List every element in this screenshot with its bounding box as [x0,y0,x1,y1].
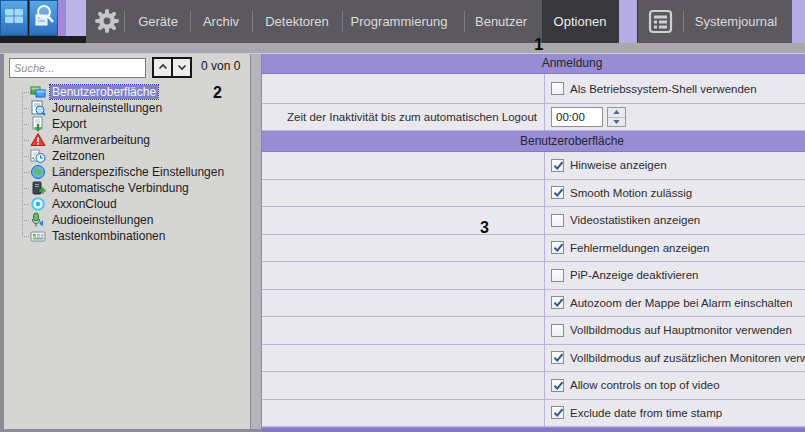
spinner-buttons[interactable] [607,107,626,127]
toolbar-substrip [0,43,805,54]
row-label-cell [262,152,545,179]
checkbox-label: Hinweise anzeigen [570,159,667,171]
tab-programmierung[interactable]: Programmierung [351,0,448,43]
row-label-cell [262,235,545,262]
tree-item-export[interactable]: Export [0,116,250,132]
checkbox-label: Exclude date from time stamp [570,407,722,419]
row-label-cell: Zeit der Inaktivität bis zum automatisch… [262,104,545,130]
layouts-button[interactable] [0,0,28,36]
checkbox-label: Als Betriebssystem-Shell verwenden [570,83,757,95]
settings-row: Allow controls on top of video [262,372,805,400]
checkbox-videostatistiken-anzeigen[interactable] [551,214,564,227]
tree-item-alarmverarbeitung[interactable]: Alarmverarbeitung [0,132,250,148]
search-panel-button[interactable] [29,0,58,36]
interface-icon [30,84,46,100]
search-counter: 0 von 0 [201,59,240,73]
tree-item-axxoncloud[interactable]: AxxonCloud [0,196,250,212]
tree-item-journaleinstellungen[interactable]: Journaleinstellungen [0,100,250,116]
tree-item-laenderspezifische-einstellungen[interactable]: Länderspezifische Einstellungen [0,164,250,180]
row-label-cell [262,74,545,103]
row-value-cell: Vollbildmodus auf Hauptmonitor verwenden [545,317,805,344]
annotation-2: 2 [213,85,222,101]
row-label-cell [262,207,545,234]
tab-benutzer[interactable]: Benutzer [475,0,527,43]
audio-settings-icon [30,212,46,228]
application-window: Geräte Archiv Detektoren Programmierung … [0,0,805,432]
tree-item-tastenkombinationen[interactable]: Tastenkombinationen [0,228,250,244]
settings-row: Hinweise anzeigen [262,152,805,180]
tab-archiv[interactable]: Archiv [203,0,239,43]
checkbox-pip-anzeige-deaktivieren[interactable] [551,269,564,282]
settings-panel: AnmeldungAls Betriebssystem-Shell verwen… [262,54,805,432]
tree-item-zeitzonen[interactable]: Zeitzonen [0,148,250,164]
annotation-3: 3 [480,220,489,236]
tree-item-label: Audioeinstellungen [50,213,155,227]
settings-row: Vollbildmodus auf zusätzlichen Monitoren… [262,345,805,373]
toolbar-gap [618,0,638,43]
regional-settings-icon [30,164,46,180]
tab-systemjournal[interactable]: Systemjournal [695,0,777,43]
menu-bar: Geräte Archiv Detektoren Programmierung … [86,0,792,43]
row-value-cell: Vollbildmodus auf zusätzlichen Monitoren… [545,345,805,372]
chevron-down-icon [176,59,188,77]
spinner-down-icon[interactable] [608,118,625,127]
toolbar-separator [342,11,343,32]
divider [66,0,86,36]
grid-layouts-icon [4,7,24,29]
settings-sidebar: 0 von 0 BenutzeroberflächeJournaleinstel… [0,54,250,429]
checkbox-label: Vollbildmodus auf Hauptmonitor verwenden [570,324,792,336]
search-prev-button[interactable] [152,57,173,78]
checkbox-vollbildmodus-auf-zusaetzlichen-monitoren-verwenden[interactable] [551,351,564,364]
toolbar-separator [190,11,191,32]
checkbox-autozoom-der-mappe-bei-alarm-einschalten[interactable] [551,296,564,309]
tree-item-label: Tastenkombinationen [50,229,167,243]
toolbar-separator [252,11,253,32]
section-header-benutzeroberflaeche: Benutzeroberfläche [262,131,805,152]
row-label-cell [262,262,545,289]
search-input[interactable] [9,58,146,78]
settings-row: Autozoom der Mappe bei Alarm einschalten [262,290,805,318]
toolbar-separator [683,11,684,32]
checkbox-label: Smooth Motion zulässig [570,187,692,199]
checkbox-label: PiP-Anzeige deaktivieren [570,269,699,281]
row-value-cell: Exclude date from time stamp [545,400,805,427]
tree-item-label: Journaleinstellungen [50,101,164,115]
tree-item-audioeinstellungen[interactable]: Audioeinstellungen [0,212,250,228]
checkbox-hinweise-anzeigen[interactable] [551,159,564,172]
tab-optionen[interactable]: Optionen [542,0,618,43]
sidebar-splitter[interactable] [250,54,262,432]
settings-row: Videostatistiken anzeigen [262,207,805,235]
toolbar-separator [124,11,125,32]
checkbox-exclude-date-from-time-stamp[interactable] [551,406,564,419]
toolbar-separator [464,11,465,32]
row-value-cell: Hinweise anzeigen [545,152,805,179]
checkbox-als-betriebssystem-shell-verwenden[interactable] [551,82,564,95]
checkbox-smooth-motion-zulaessig[interactable] [551,186,564,199]
annotation-1: 1 [534,36,543,53]
row-value-cell: Fehlermeldungen anzeigen [545,235,805,262]
tree-item-label: AxxonCloud [50,197,119,211]
tab-detektoren[interactable]: Detektoren [265,0,329,43]
row-value-cell: Smooth Motion zulässig [545,180,805,207]
settings-row: Exclude date from time stamp [262,400,805,428]
checkbox-fehlermeldungen-anzeigen[interactable] [551,241,564,254]
tab-geraete[interactable]: Geräte [138,0,178,43]
top-toolbar: Geräte Archiv Detektoren Programmierung … [0,0,805,43]
search-next-button[interactable] [171,57,192,78]
row-label-cell [262,345,545,372]
row-value-cell: Autozoom der Mappe bei Alarm einschalten [545,290,805,317]
settings-gear-icon [94,8,120,34]
export-icon [30,116,46,132]
logout-time-input[interactable]: 00:00 [551,107,603,127]
checkbox-vollbildmodus-auf-hauptmonitor-verwenden[interactable] [551,324,564,337]
spinner-up-icon[interactable] [608,108,625,118]
checkbox-allow-controls-on-top-of-video[interactable] [551,379,564,392]
tree-item-automatische-verbindung[interactable]: Automatische Verbindung [0,180,250,196]
checkbox-label: Autozoom der Mappe bei Alarm einschalten [570,297,792,309]
settings-row: Als Betriebssystem-Shell verwenden [262,74,805,104]
system-journal-icon [648,9,673,34]
timezones-icon [30,148,46,164]
section-header-anmeldung: Anmeldung [262,54,805,74]
tree-item-label: Zeitzonen [50,149,107,163]
checkbox-label: Allow controls on top of video [570,379,720,391]
